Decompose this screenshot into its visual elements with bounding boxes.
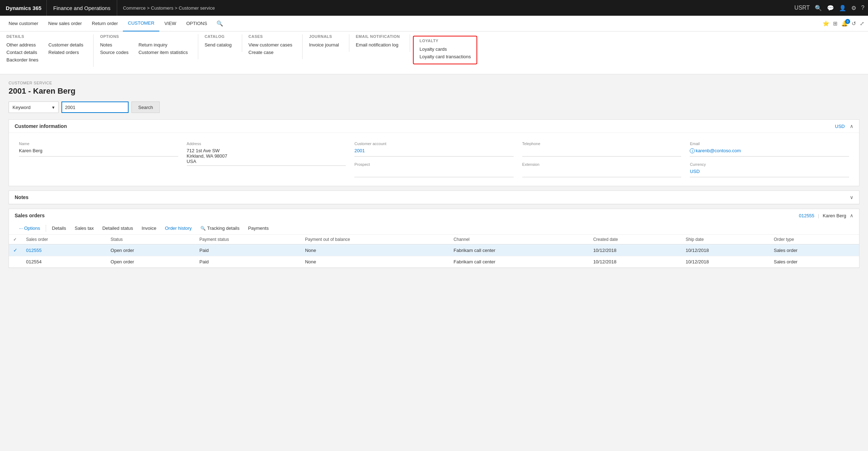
sales-tax-button[interactable]: Sales tax [70, 224, 98, 232]
sales-toolbar: ··· Options Details Sales tax Detailed s… [9, 222, 859, 235]
address-label: Address [187, 142, 346, 146]
menu-group-journals: JOURNALS Invoice journal [303, 34, 349, 52]
return-inquiry-item[interactable]: Return inquiry [139, 42, 188, 48]
cases-group-title: CASES [249, 34, 293, 39]
currency-value[interactable]: USD [690, 169, 849, 177]
extension-value [522, 169, 682, 177]
dynamics365-brand[interactable]: Dynamics 365 [4, 0, 47, 16]
currency-link[interactable]: USD [835, 124, 845, 129]
settings-icon[interactable]: ⚙ [851, 5, 856, 11]
name-field: Name Karen Berg [15, 139, 183, 180]
maximize-icon[interactable]: ⤢ [860, 20, 864, 27]
keyword-select[interactable]: Keyword ▾ [9, 101, 59, 113]
journals-items: Invoice journal [309, 42, 339, 48]
pipe-separator: | [818, 213, 819, 218]
search-input[interactable] [61, 101, 129, 113]
contact-details-item[interactable]: Contact details [6, 50, 39, 55]
account-value[interactable]: 2001 [354, 148, 514, 157]
tracking-details-button[interactable]: 🔍 Tracking details [196, 224, 244, 232]
invoice-button[interactable]: Invoice [137, 224, 160, 232]
loyalty-cards-item[interactable]: Loyalty cards [419, 46, 471, 52]
favorites-icon[interactable]: ⭐ [823, 20, 829, 27]
chat-icon[interactable]: 💬 [827, 5, 834, 11]
send-catalog-item[interactable]: Send catalog [205, 42, 232, 48]
user-icon[interactable]: 👤 [839, 5, 846, 11]
table-row[interactable]: ✓ 012555 Open order Paid None Fabrikam c… [9, 244, 859, 256]
refresh-icon[interactable]: ↺ [852, 20, 856, 27]
table-row[interactable]: 012554 Open order Paid None Fabrikam cal… [9, 256, 859, 268]
col-created-date: Created date [589, 235, 682, 244]
sales-header-right: 012555 | Karen Berg ∧ [799, 213, 853, 218]
sales-order-link[interactable]: 012555 [799, 213, 814, 218]
menu-group-loyalty: LOYALTY Loyalty cards Loyalty card trans… [413, 36, 477, 64]
payments-button[interactable]: Payments [244, 224, 273, 232]
customer-item-statistics-item[interactable]: Customer item statistics [139, 50, 188, 55]
address-field: Address 712 1st Ave SW Kirkland, WA 9800… [183, 139, 350, 180]
customer-info-title: Customer information [15, 123, 67, 129]
invoice-journal-item[interactable]: Invoice journal [309, 42, 339, 48]
ribbon-actions: New customer New sales order Return orde… [4, 16, 819, 31]
customer-information-section: Customer information USD ∧ Name Karen Be… [9, 119, 859, 186]
menu-group-options: OPTIONS Notes Source codes Return inquir… [94, 34, 198, 59]
options-group-title: OPTIONS [100, 34, 188, 39]
sales-customer-name: Karen Berg [823, 213, 846, 218]
notes-section: Notes ∨ [9, 190, 859, 204]
currency-label: Currency [690, 162, 849, 167]
menu-group-cases: CASES View customer cases Create case [242, 34, 303, 59]
row2-created-date: 10/12/2018 [589, 256, 682, 268]
source-codes-item[interactable]: Source codes [100, 50, 129, 55]
options-tab[interactable]: OPTIONS [181, 16, 212, 31]
notes-item[interactable]: Notes [100, 42, 129, 48]
apps-icon[interactable]: ⊞ [833, 20, 838, 27]
telephone-field: Telephone Extension [518, 139, 686, 180]
search-icon[interactable]: 🔍 [815, 5, 822, 11]
other-address-item[interactable]: Other address [6, 42, 39, 48]
details-col2: Customer details Related orders [49, 42, 84, 63]
notes-header[interactable]: Notes ∨ [9, 191, 859, 204]
options-col1: Notes Source codes [100, 42, 129, 55]
row2-sales-order[interactable]: 012554 [22, 256, 106, 268]
details-button[interactable]: Details [48, 224, 70, 232]
user-label: USRT [794, 5, 810, 11]
view-tab[interactable]: VIEW [159, 16, 181, 31]
catalog-group-title: CATALOG [205, 34, 232, 39]
finance-operations-brand[interactable]: Finance and Operations [47, 0, 117, 16]
row1-sales-order[interactable]: 012555 [22, 244, 106, 256]
customer-details-item[interactable]: Customer details [49, 42, 84, 48]
customer-name-heading: 2001 - Karen Berg [9, 86, 859, 96]
return-order-button[interactable]: Return order [87, 16, 123, 31]
row1-created-date: 10/12/2018 [589, 244, 682, 256]
help-icon[interactable]: ? [861, 5, 864, 11]
new-sales-order-button[interactable]: New sales order [43, 16, 87, 31]
menu-ribbon: DETAILS Other address Contact details Ba… [0, 31, 868, 74]
info-icon: i [690, 148, 695, 153]
create-case-item[interactable]: Create case [249, 50, 293, 55]
ribbon-bar: New customer New sales order Return orde… [0, 16, 868, 31]
email-notification-log-item[interactable]: Email notification log [356, 42, 400, 48]
notifications-icon[interactable]: 🔔0 [841, 20, 848, 27]
options-button[interactable]: ··· Options [15, 224, 44, 232]
email-value[interactable]: ikarenb@contoso.com [690, 148, 849, 157]
search-button[interactable]: Search [131, 101, 160, 113]
row1-ship-date: 10/12/2018 [681, 244, 769, 256]
backorder-lines-item[interactable]: Backorder lines [6, 57, 39, 63]
sales-orders-header[interactable]: Sales orders 012555 | Karen Berg ∧ [9, 209, 859, 222]
row2-status: Open order [106, 256, 195, 268]
menu-group-email: EMAIL NOTIFICATION Email notification lo… [349, 34, 410, 52]
related-orders-item[interactable]: Related orders [49, 50, 84, 55]
customer-info-header[interactable]: Customer information USD ∧ [9, 120, 859, 133]
cases-items: View customer cases Create case [249, 42, 293, 55]
details-cols: Other address Contact details Backorder … [6, 42, 83, 63]
new-customer-button[interactable]: New customer [4, 16, 43, 31]
detailed-status-button[interactable]: Detailed status [98, 224, 137, 232]
ribbon-search-icon[interactable]: 🔍 [212, 20, 228, 27]
loyalty-card-transactions-item[interactable]: Loyalty card transactions [419, 54, 471, 59]
top-bar: Dynamics 365 Finance and Operations Comm… [0, 0, 868, 16]
prospect-label: Prospect [354, 162, 514, 167]
col-order-type: Order type [769, 235, 859, 244]
loyalty-group-title: LOYALTY [419, 39, 471, 43]
view-customer-cases-item[interactable]: View customer cases [249, 42, 293, 48]
order-history-button[interactable]: Order history [161, 224, 196, 232]
row2-ship-date: 10/12/2018 [681, 256, 769, 268]
customer-tab[interactable]: CUSTOMER [123, 16, 159, 31]
